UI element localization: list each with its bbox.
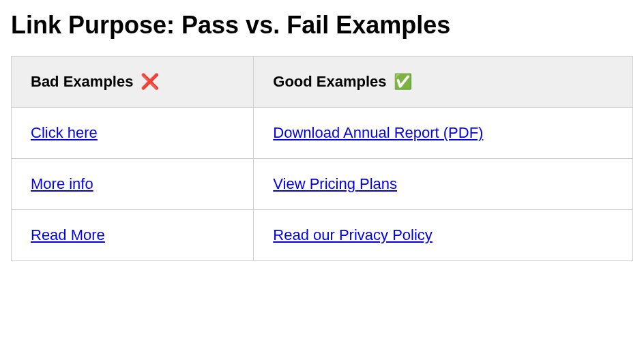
cell-bad: Read More: [12, 210, 254, 261]
cell-good: View Pricing Plans: [254, 159, 633, 210]
good-link[interactable]: Read our Privacy Policy: [273, 226, 433, 243]
cell-good: Read our Privacy Policy: [254, 210, 633, 261]
header-bad: Bad Examples ❌: [12, 57, 254, 108]
header-bad-label: Bad Examples: [31, 73, 133, 90]
table-row: Click here Download Annual Report (PDF): [12, 108, 633, 159]
cell-bad: Click here: [12, 108, 254, 159]
page-title: Link Purpose: Pass vs. Fail Examples: [11, 11, 633, 40]
good-link[interactable]: Download Annual Report (PDF): [273, 124, 483, 141]
header-good-label: Good Examples: [273, 73, 386, 90]
cell-bad: More info: [12, 159, 254, 210]
table-row: Read More Read our Privacy Policy: [12, 210, 633, 261]
bad-link[interactable]: Click here: [31, 124, 98, 141]
table-row: More info View Pricing Plans: [12, 159, 633, 210]
header-good: Good Examples ✅: [254, 57, 633, 108]
good-link[interactable]: View Pricing Plans: [273, 175, 397, 192]
cell-good: Download Annual Report (PDF): [254, 108, 633, 159]
bad-link[interactable]: More info: [31, 175, 93, 192]
check-icon: ✅: [394, 73, 412, 90]
bad-link[interactable]: Read More: [31, 226, 105, 243]
cross-icon: ❌: [141, 73, 159, 90]
examples-table: Bad Examples ❌ Good Examples ✅ Click her…: [11, 56, 633, 261]
